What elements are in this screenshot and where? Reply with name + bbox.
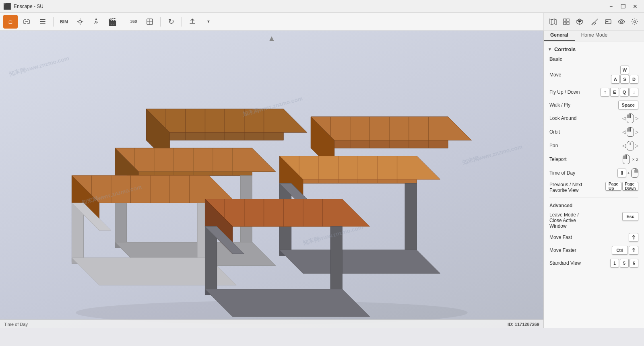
svg-marker-26 (146, 109, 307, 132)
move-keys: W A S D (611, 66, 638, 84)
svg-point-22 (621, 21, 623, 23)
svg-marker-68 (405, 183, 417, 254)
advanced-subsection-title: Advanced (544, 200, 644, 210)
sun-button[interactable] (73, 15, 87, 29)
export-img-button[interactable] (603, 15, 614, 28)
svg-point-21 (607, 21, 608, 22)
svg-marker-10 (550, 19, 556, 25)
walkfly-label: Walk / Fly (549, 102, 618, 108)
leavemode-label: Leave Mode /Close ActiveWindow (549, 212, 622, 229)
mouse-left-click-icon (627, 113, 634, 123)
svg-point-23 (634, 21, 636, 23)
map-button[interactable] (547, 15, 559, 28)
menu-button[interactable]: ☰ (35, 15, 50, 29)
orbit-mouse: ◁ ▷ (622, 127, 638, 137)
cube-button[interactable] (574, 15, 585, 28)
timeofday-label: Time of Day (549, 170, 617, 176)
view-button[interactable] (142, 15, 157, 29)
bench-scene (0, 31, 543, 328)
help-panel: Help[H] ✕ General Home Mode ▼ Controls B… (543, 13, 644, 328)
prevnext-control: Previous / NextFavorite View PageUp Page… (544, 180, 644, 195)
teleport-mouse-icon (623, 154, 630, 164)
right-toolbar (543, 13, 644, 31)
walkfly-keys: Space (618, 101, 638, 109)
key-shift-faster: ⇧ (629, 246, 638, 255)
timeofday-keys: ⇧ + (617, 168, 638, 178)
app-icon: ⬛ (3, 2, 11, 10)
pan-label: Pan (549, 143, 622, 148)
pan-mouse-icon (627, 141, 634, 150)
controls-section-header[interactable]: ▼ Controls (544, 45, 644, 54)
app-title: Enscape - SU (14, 4, 43, 9)
pan-control: Pan ◁ ▷ (544, 139, 644, 152)
move-label: Move (549, 72, 611, 78)
minimize-button[interactable]: − (605, 1, 617, 12)
lookaround-keys: ◁ ▷ (622, 113, 638, 123)
timeofday-control: Time of Day ⇧ + (544, 166, 644, 180)
nav-arrow[interactable]: ▲ (268, 34, 276, 43)
basic-subsection-title: Basic (544, 54, 644, 64)
walk-button[interactable] (89, 15, 103, 29)
movefast-label: Move Fast (549, 235, 629, 240)
orbit-keys: ◁ ▷ (622, 127, 638, 137)
viewport[interactable]: ▲ 知末网www.znzmo.com 知末网www.znzmo.com 知末网w… (0, 31, 543, 328)
film-button[interactable]: 🎬 (105, 15, 120, 29)
settings-button[interactable] (629, 15, 641, 28)
pan-right-arrow: ▷ (635, 143, 638, 148)
svg-rect-13 (564, 19, 566, 21)
key-w: W (620, 66, 629, 74)
link-button[interactable] (19, 15, 34, 29)
panel-body: ▼ Controls Basic Move W A S D (544, 41, 644, 328)
key-shift-fast: ⇧ (629, 233, 638, 242)
separator-3 (160, 17, 161, 27)
export-dropdown-button[interactable]: ▼ (201, 15, 216, 29)
key-num6: 6 (630, 259, 638, 268)
orbit-label: Orbit (549, 129, 622, 135)
right-arrow-icon: ▷ (635, 115, 638, 121)
orbit-control: Orbit ◁ ▷ (544, 125, 644, 139)
pan-keys: ◁ ▷ (622, 141, 638, 150)
movefaster-control: Move Faster Ctrl ⇧ (544, 244, 644, 257)
svg-marker-35 (115, 148, 276, 171)
key-space: Space (618, 101, 638, 109)
bim-button[interactable]: BIM (57, 15, 71, 29)
controls-chevron: ▼ (548, 47, 552, 51)
prevnext-keys: PageUp PageDown (605, 182, 638, 191)
key-ctrl: Ctrl (612, 246, 628, 255)
prevnext-label: Previous / NextFavorite View (549, 182, 605, 193)
teleport-x2: × 2 (632, 157, 638, 162)
fly-keys: ↑ E Q ↓ (601, 88, 638, 97)
svg-marker-49 (311, 117, 471, 140)
separator-1 (53, 17, 54, 27)
fly-control: Fly Up / Down ↑ E Q ↓ (544, 86, 644, 99)
teleport-keys: × 2 (623, 154, 638, 164)
tab-general[interactable]: General (544, 30, 575, 41)
rt-separator (587, 18, 587, 26)
svg-rect-14 (567, 19, 569, 21)
svg-point-1 (79, 20, 82, 23)
tab-home-mode[interactable]: Home Mode (575, 30, 614, 41)
controls-section-title: Controls (554, 46, 576, 52)
eye-button[interactable] (616, 15, 627, 28)
plus-sign: + (627, 171, 630, 175)
look-mouse: ◁ ▷ (622, 113, 638, 123)
export-button[interactable] (185, 15, 200, 29)
rotate-button[interactable]: ↻ (164, 15, 178, 29)
key-up-arrow: ↑ (601, 88, 609, 97)
pan-left-arrow: ◁ (622, 143, 626, 148)
svg-point-6 (95, 19, 97, 20)
teleport-mouse: × 2 (623, 154, 638, 164)
home-button[interactable]: ⌂ (3, 15, 18, 29)
svg-marker-58 (279, 156, 440, 179)
measure-button[interactable] (589, 15, 601, 28)
svg-marker-86 (205, 199, 369, 227)
bim-panel-button[interactable] (560, 15, 572, 28)
key-pageup: PageUp (605, 182, 621, 191)
view360-button[interactable]: 360 (126, 15, 141, 29)
restore-button[interactable]: ❐ (617, 1, 629, 12)
tod-mouse (631, 168, 638, 178)
standardview-control: Standard View 1 5 6 (544, 257, 644, 270)
orbit-left-arrow: ◁ (622, 129, 626, 135)
close-button[interactable]: ✕ (630, 1, 641, 12)
pan-mouse: ◁ ▷ (622, 141, 638, 150)
